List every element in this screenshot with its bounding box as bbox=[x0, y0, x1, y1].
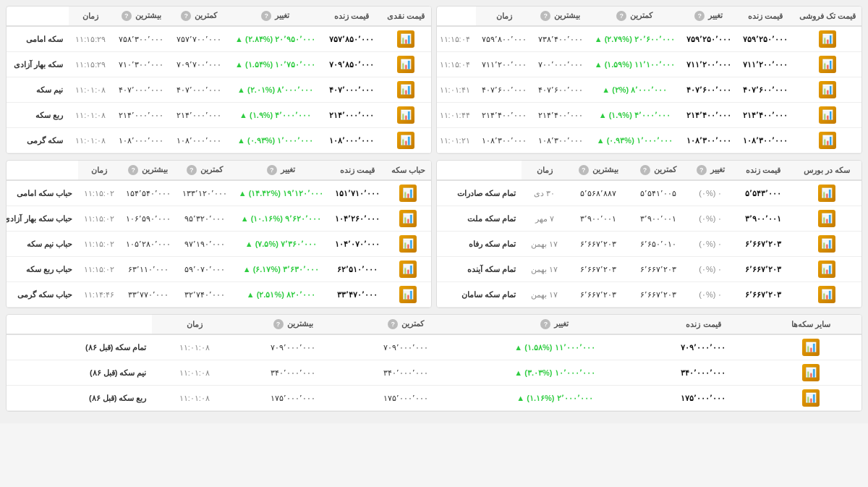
help-icon-low-cash[interactable]: ? bbox=[181, 11, 191, 21]
row-change: ۰ (۰%) bbox=[686, 180, 734, 206]
row-high: ۴۰۷٬۰۰۰٬۰۰۰ bbox=[112, 77, 170, 103]
col-bubble-high: بیشترین ? bbox=[120, 161, 176, 180]
row-change: ۱۹٬۱۲۰٬۰۰۰ (۱۴.۴۲%) ▲ bbox=[233, 180, 329, 206]
col-change-cash: تغییر ? bbox=[228, 7, 323, 26]
row-change: ۲٬۰۰۰٬۰۰۰ (۱.۱۶%) ▲ bbox=[463, 386, 647, 411]
chart-icon-cell: 📊 bbox=[792, 180, 861, 206]
col-other-low: کمترین ? bbox=[349, 315, 462, 334]
row-time: ۷ مهر bbox=[522, 206, 568, 232]
help-icon-other-high[interactable]: ? bbox=[273, 319, 284, 329]
row-high: ۷۵۸٬۳۰۰٬۰۰۰ bbox=[112, 26, 170, 52]
col-live-sell: قیمت زنده bbox=[737, 7, 793, 26]
chart-icon[interactable]: 📊 bbox=[802, 339, 820, 356]
row-name: سکه گرمی bbox=[7, 128, 69, 153]
row-time: ۱۱:۱۴:۴۶ bbox=[78, 282, 120, 308]
row-name: سکه امامی bbox=[7, 26, 69, 52]
chart-icon[interactable]: 📊 bbox=[399, 286, 417, 303]
row-high: ۲۱۴٬۴۰۰٬۰۰۰ bbox=[476, 103, 532, 128]
row-high: ۴۰۷٬۶۰۰٬۰۰۰ bbox=[476, 77, 532, 103]
row-name: حباب سکه امامی bbox=[6, 180, 78, 206]
help-icon-bourse-change[interactable]: ? bbox=[697, 165, 707, 175]
help-icon-high-cash[interactable]: ? bbox=[122, 11, 132, 21]
row-change: ۹٬۶۲۰٬۰۰۰ (۱۰.۱۶%) ▲ bbox=[233, 206, 329, 232]
chart-icon[interactable]: 📊 bbox=[399, 261, 417, 278]
section1-right-panel: قیمت نقدی قیمت زنده تغییر ? کمترین ? bbox=[6, 6, 432, 154]
chart-icon[interactable]: 📊 bbox=[818, 261, 835, 278]
row-change: ۴٬۰۰۰٬۰۰۰ (۱.۹%) ▲ bbox=[589, 103, 681, 128]
row-high: ۶٬۶۶۷٬۲۰۳ bbox=[568, 257, 629, 282]
row-time: ۱۱:۱۵:۰۴ bbox=[436, 26, 476, 52]
help-icon-other-low[interactable]: ? bbox=[388, 319, 398, 329]
row-high: ۷۱۰٬۳۰۰٬۰۰۰ bbox=[112, 52, 170, 77]
chart-icon[interactable]: 📊 bbox=[399, 235, 417, 253]
help-icon-low-sell[interactable]: ? bbox=[616, 11, 626, 21]
help-icon-change-sell[interactable]: ? bbox=[694, 11, 705, 21]
row-time: ۱۱:۰۱:۲۱ bbox=[436, 128, 476, 153]
help-icon-high-sell[interactable]: ? bbox=[540, 11, 550, 21]
chart-icon[interactable]: 📊 bbox=[818, 286, 835, 303]
table-row: 📊۳۴۰٬۰۰۰٬۰۰۰۱۰٬۰۰۰٬۰۰۰ (۳.۰۳%) ▲۳۴۰٬۰۰۰٬… bbox=[7, 360, 861, 386]
chart-icon[interactable]: 📊 bbox=[802, 389, 820, 407]
chart-icon[interactable]: 📊 bbox=[399, 210, 417, 227]
row-change: ۸٬۰۰۰٬۰۰۰ (۲.۰۱%) ▲ bbox=[228, 77, 323, 103]
chart-icon[interactable]: 📊 bbox=[818, 185, 835, 202]
row-time: ۱۱:۰۱:۴۱ bbox=[436, 77, 476, 103]
chart-icon[interactable]: 📊 bbox=[397, 81, 414, 98]
table-row: 📊۷۵۷٬۸۵۰٬۰۰۰۲۰٬۹۵۰٬۰۰۰ (۲.۸۴%) ▲۷۵۷٬۷۰۰٬… bbox=[7, 26, 431, 52]
row-high: ۶۳٬۱۱۰٬۰۰۰ bbox=[120, 257, 176, 282]
row-time: ۱۱:۰۱:۰۸ bbox=[69, 128, 112, 153]
row-sell-price: ۱۰۸٬۳۰۰٬۰۰۰ bbox=[737, 128, 793, 153]
row-high: ۶٬۶۶۷٬۲۰۳ bbox=[568, 232, 629, 257]
help-icon-bubble-low[interactable]: ? bbox=[187, 165, 197, 175]
help-icon-change-cash[interactable]: ? bbox=[261, 11, 271, 21]
row-name: تمام سکه رفاه bbox=[437, 232, 522, 257]
chart-icon[interactable]: 📊 bbox=[819, 30, 836, 48]
chart-icon[interactable]: 📊 bbox=[818, 210, 835, 227]
chart-icon[interactable]: 📊 bbox=[802, 364, 820, 381]
chart-icon[interactable]: 📊 bbox=[819, 56, 836, 73]
row-time: ۱۱:۱۵:۰۲ bbox=[78, 257, 120, 282]
row-high: ۱۰۸٬۳۰۰٬۰۰۰ bbox=[476, 128, 532, 153]
row-change: ۲۰٬۹۵۰٬۰۰۰ (۲.۸۴%) ▲ bbox=[228, 26, 323, 52]
col-high-sell: بیشترین ? bbox=[532, 7, 589, 26]
chart-icon[interactable]: 📊 bbox=[819, 132, 836, 149]
row-time: ۱۱:۰۱:۰۸ bbox=[69, 77, 112, 103]
table-row: 📊۳۳٬۴۷۰٬۰۰۰۸۲۰٬۰۰۰ (۲.۵۱%) ▲۳۲٬۷۴۰٬۰۰۰۳۳… bbox=[6, 282, 431, 308]
help-icon-other-change[interactable]: ? bbox=[540, 319, 550, 329]
help-icon-bourse-low[interactable]: ? bbox=[640, 165, 650, 175]
table-row: 📊۲۱۴٬۰۰۰٬۰۰۰۴٬۰۰۰٬۰۰۰ (۱.۹%) ▲۲۱۴٬۰۰۰٬۰۰… bbox=[7, 103, 431, 128]
chart-icon[interactable]: 📊 bbox=[397, 30, 414, 48]
table-row: 📊۷۱۱٬۲۰۰٬۰۰۰۷۱۱٬۲۰۰٬۰۰۰۱۱٬۱۰۰٬۰۰۰ (۱.۵۹%… bbox=[436, 52, 861, 77]
row-time: ۱۱:۰۱:۰۸ bbox=[152, 360, 236, 386]
chart-icon[interactable]: 📊 bbox=[818, 235, 835, 253]
chart-icon-cell: 📊 bbox=[760, 386, 861, 411]
row-live-price: ۳۴۰٬۰۰۰٬۰۰۰ bbox=[647, 360, 760, 386]
row-live-price: ۱۰۴٬۰۷۰٬۰۰۰ bbox=[329, 232, 386, 257]
help-icon-bubble-change[interactable]: ? bbox=[267, 165, 277, 175]
chart-icon[interactable]: 📊 bbox=[819, 81, 836, 98]
table-row: 📊۶٬۶۶۷٬۲۰۳۰ (۰%)۶٬۶۶۷٬۲۰۳۶٬۶۶۷٬۲۰۳۱۷ بهم… bbox=[437, 257, 861, 282]
help-icon-bubble-high[interactable]: ? bbox=[128, 165, 138, 175]
row-low: ۵٬۵۴۱٬۰۰۵ bbox=[629, 180, 686, 206]
row-live-price: ۶۲٬۵۱۰٬۰۰۰ bbox=[329, 257, 386, 282]
row-change: ۱۱٬۱۰۰٬۰۰۰ (۱.۵۹%) ▲ bbox=[589, 52, 681, 77]
chart-icon[interactable]: 📊 bbox=[397, 56, 414, 73]
row-live-price: ۱۰۸٬۰۰۰٬۰۰۰ bbox=[323, 128, 380, 153]
chart-icon-cell: 📊 bbox=[792, 206, 861, 232]
table-row: 📊۱۰۴٬۲۶۰٬۰۰۰۹٬۶۲۰٬۰۰۰ (۱۰.۱۶%) ▲۹۵٬۳۲۰٬۰… bbox=[6, 206, 431, 232]
row-time: ۱۱:۱۵:۲۹ bbox=[69, 52, 112, 77]
row-change: ۰ (۰%) bbox=[686, 257, 734, 282]
chart-icon[interactable]: 📊 bbox=[397, 106, 414, 124]
chart-icon[interactable]: 📊 bbox=[399, 185, 417, 202]
chart-icon[interactable]: 📊 bbox=[819, 106, 836, 124]
help-icon-bourse-high[interactable]: ? bbox=[579, 165, 589, 175]
chart-icon-cell: 📊 bbox=[386, 206, 431, 232]
col-bourse-name: سکه در بورس bbox=[792, 161, 861, 180]
chart-icon-cell: 📊 bbox=[380, 103, 431, 128]
col-other-high: بیشترین ? bbox=[237, 315, 349, 334]
row-time: ۱۱:۰۱:۰۸ bbox=[152, 386, 236, 411]
row-high: ۷۱۱٬۲۰۰٬۰۰۰ bbox=[476, 52, 532, 77]
table-row: 📊۶٬۶۶۷٬۲۰۳۰ (۰%)۶٬۶۵۰٬۰۱۰۶٬۶۶۷٬۲۰۳۱۷ بهم… bbox=[437, 232, 861, 257]
chart-icon[interactable]: 📊 bbox=[397, 132, 414, 149]
col-bourse-low: کمترین ? bbox=[629, 161, 686, 180]
